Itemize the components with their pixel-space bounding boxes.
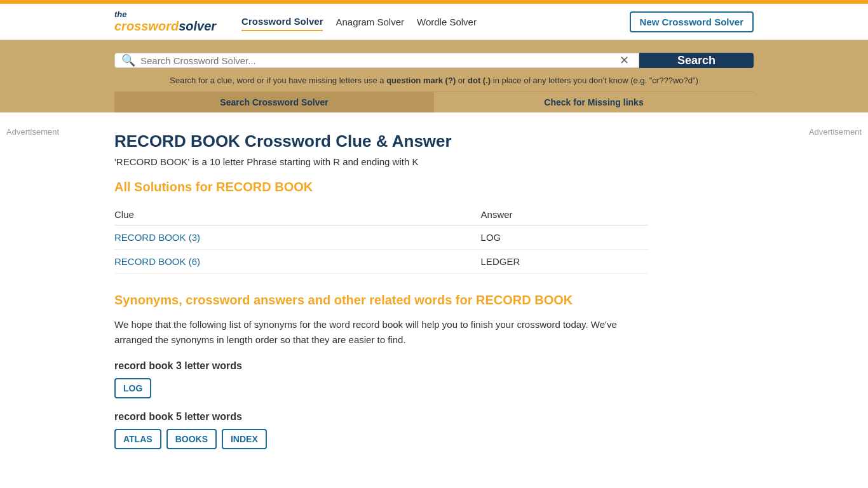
nav-wordle-solver[interactable]: Wordle Solver [417, 13, 477, 30]
logo-the: the [114, 10, 216, 19]
table-row: RECORD BOOK (3) LOG [114, 226, 648, 250]
search-input-wrapper: 🔍 ✕ [114, 53, 639, 68]
search-bar-row: 🔍 ✕ Search [114, 53, 754, 68]
clear-button[interactable]: ✕ [616, 53, 632, 67]
all-solutions-title: All Solutions for RECORD BOOK [114, 180, 648, 194]
word-group-title: record book 3 letter words [114, 360, 648, 372]
logo[interactable]: the crossword solver [114, 10, 216, 33]
word-tags: ATLASBOOKSINDEX [114, 429, 648, 449]
col-header-clue: Clue [114, 204, 481, 226]
synonyms-section: We hope that the following list of synon… [114, 317, 648, 449]
search-tab-missing[interactable]: Check for Missing links [434, 92, 754, 112]
word-tags: LOG [114, 378, 648, 398]
word-group: record book 3 letter wordsLOG [114, 360, 648, 398]
clue-cell[interactable]: RECORD BOOK (6) [114, 250, 481, 274]
ad-left: Advertisement [6, 127, 59, 137]
results-table: Clue Answer RECORD BOOK (3) LOG RECORD B… [114, 204, 648, 274]
word-group: record book 5 letter wordsATLASBOOKSINDE… [114, 411, 648, 449]
answer-cell: LOG [481, 226, 648, 250]
search-section: 🔍 ✕ Search Search for a clue, word or if… [0, 40, 868, 112]
synonyms-text: We hope that the following list of synon… [114, 317, 648, 348]
synonyms-title: Synonyms, crossword answers and other re… [114, 293, 648, 308]
search-hint: Search for a clue, word or if you have m… [114, 76, 754, 92]
search-input[interactable] [140, 55, 616, 66]
col-header-answer: Answer [481, 204, 648, 226]
main-content: RECORD BOOK Crossword Clue & Answer 'REC… [0, 112, 763, 481]
header: the crossword solver Crossword Solver An… [0, 4, 868, 40]
clue-cell[interactable]: RECORD BOOK (3) [114, 226, 481, 250]
page-title: RECORD BOOK Crossword Clue & Answer [114, 132, 648, 151]
answer-cell: LEDGER [481, 250, 648, 274]
nav-crossword-solver[interactable]: Crossword Solver [241, 13, 323, 31]
search-tab-solver[interactable]: Search Crossword Solver [114, 92, 434, 112]
word-tag[interactable]: BOOKS [166, 429, 217, 449]
table-row: RECORD BOOK (6) LEDGER [114, 250, 648, 274]
search-icon: 🔍 [121, 53, 135, 67]
page-subtitle: 'RECORD BOOK' is a 10 letter Phrase star… [114, 156, 648, 167]
word-group-title: record book 5 letter words [114, 411, 648, 423]
search-tabs: Search Crossword Solver Check for Missin… [114, 92, 754, 112]
ad-right: Advertisement [809, 127, 862, 137]
main-nav: Crossword Solver Anagram Solver Wordle S… [241, 11, 754, 32]
logo-crossword: crossword [114, 19, 179, 33]
word-tag[interactable]: LOG [114, 378, 151, 398]
search-button[interactable]: Search [639, 53, 754, 68]
nav-new-crossword-solver[interactable]: New Crossword Solver [630, 11, 754, 32]
word-tag[interactable]: ATLAS [114, 429, 161, 449]
logo-solver: solver [179, 19, 216, 33]
nav-anagram-solver[interactable]: Anagram Solver [336, 13, 404, 30]
word-tag[interactable]: INDEX [222, 429, 267, 449]
